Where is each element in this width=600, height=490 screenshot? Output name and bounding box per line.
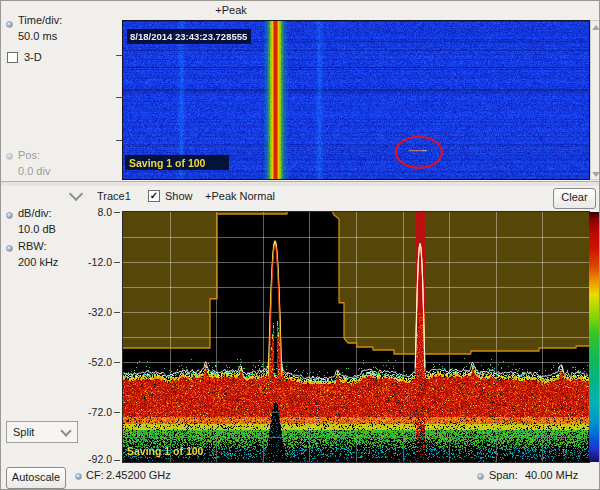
rbw-value[interactable]: 200 kHz xyxy=(18,256,58,268)
density-color-scale xyxy=(589,212,600,462)
show-checkbox[interactable]: ✓ xyxy=(148,190,160,202)
clear-button[interactable]: Clear xyxy=(553,188,596,209)
app-window: Time/div: 50.0 ms 3-D Pos: 0.0 div +Peak… xyxy=(0,0,600,490)
span-icon xyxy=(477,473,484,480)
3d-checkbox-label: 3-D xyxy=(24,51,42,63)
y-axis-tick xyxy=(114,312,120,313)
y-axis-tick xyxy=(114,212,120,213)
span-label: Span: xyxy=(489,469,518,481)
spectrum-plot[interactable] xyxy=(122,211,590,463)
span-value[interactable]: 40.00 MHz xyxy=(525,469,578,481)
y-axis-tick xyxy=(114,460,120,461)
dropdown-chevron-icon xyxy=(60,425,71,436)
y-axis-label: 8.0 xyxy=(62,206,112,218)
db-div-icon xyxy=(6,212,13,219)
y-axis-label: -12.0 xyxy=(62,256,112,268)
spectrogram-canvas[interactable] xyxy=(123,21,589,179)
split-view-dropdown[interactable]: Split xyxy=(6,421,78,443)
cf-value[interactable]: 2.45200 GHz xyxy=(106,469,171,481)
show-checkbox-label: Show xyxy=(165,190,193,202)
split-view-dropdown-value: Split xyxy=(13,426,34,438)
rbw-label: RBW: xyxy=(18,240,47,252)
trace-name[interactable]: Trace1 xyxy=(97,190,131,202)
db-div-value[interactable]: 10.0 dB xyxy=(18,223,56,235)
y-axis-tick xyxy=(114,412,120,413)
y-axis-label: -52.0 xyxy=(62,356,112,368)
spectrogram-plot[interactable] xyxy=(122,20,590,180)
spectrogram-tick xyxy=(116,140,122,141)
scroll-down-icon[interactable] xyxy=(592,172,600,177)
rbw-icon xyxy=(6,245,13,252)
cf-icon xyxy=(75,473,82,480)
3d-checkbox[interactable] xyxy=(7,52,18,63)
y-axis-tick xyxy=(114,262,120,263)
cf-label: CF: xyxy=(86,469,104,481)
scroll-up-icon[interactable] xyxy=(592,25,600,30)
pos-icon xyxy=(6,153,13,160)
y-axis-label: -32.0 xyxy=(62,306,112,318)
spectrogram-tick xyxy=(116,55,122,56)
pos-value: 0.0 div xyxy=(18,165,50,177)
y-axis-label: -92.0 xyxy=(62,453,112,465)
time-div-label: Time/div: xyxy=(18,14,62,26)
y-axis-label: -72.0 xyxy=(62,406,112,418)
trace-collapse-chevron-icon[interactable] xyxy=(69,187,83,201)
time-div-value[interactable]: 50.0 ms xyxy=(18,30,57,42)
pos-label: Pos: xyxy=(18,149,40,161)
spectrogram-detector-title: +Peak xyxy=(181,4,281,16)
spectrogram-tick xyxy=(116,97,122,98)
autoscale-button[interactable]: Autoscale xyxy=(6,467,66,489)
time-div-icon xyxy=(6,21,13,28)
spectrogram-scrollbar[interactable] xyxy=(590,20,600,180)
trace-detector-label: +Peak Normal xyxy=(205,190,275,202)
spectrum-canvas[interactable] xyxy=(123,212,589,462)
panel-divider-band[interactable] xyxy=(1,182,600,186)
y-axis-tick xyxy=(114,362,120,363)
db-div-label: dB/div: xyxy=(18,207,52,219)
